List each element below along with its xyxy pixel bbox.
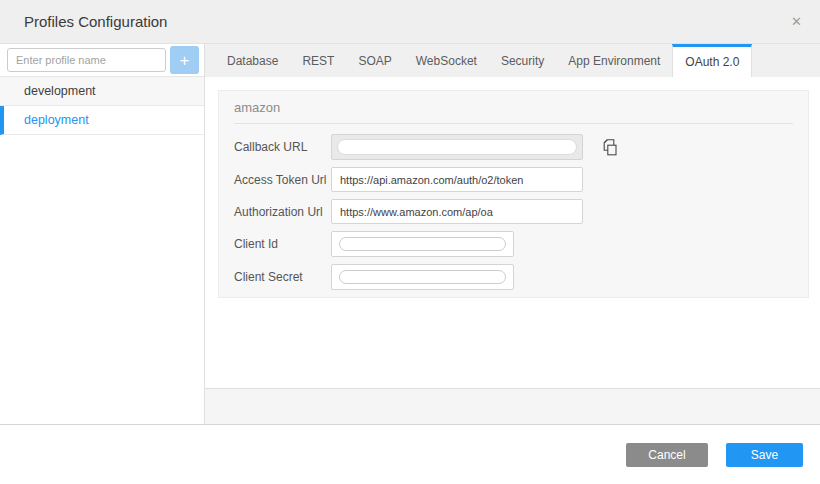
tab-rest[interactable]: REST: [290, 44, 346, 77]
sidebar-item-development[interactable]: development: [0, 77, 204, 106]
tab-websocket[interactable]: WebSocket: [404, 44, 489, 77]
client-secret-input[interactable]: [331, 264, 514, 290]
authorization-url-input[interactable]: [331, 199, 583, 224]
save-button[interactable]: Save: [726, 443, 803, 467]
profile-name-input[interactable]: [7, 48, 166, 72]
panel-footer-strip: [205, 388, 820, 424]
redacted-value: [337, 139, 577, 155]
dialog-title: Profiles Configuration: [24, 13, 167, 30]
sidebar-item-deployment[interactable]: deployment: [0, 106, 204, 135]
tab-app-environment[interactable]: App Environment: [556, 44, 672, 77]
tab-content: amazon Callback URL: [205, 77, 820, 388]
redacted-value: [339, 270, 506, 284]
redacted-value: [339, 237, 506, 251]
tab-security[interactable]: Security: [489, 44, 556, 77]
tab-oauth-2-0[interactable]: OAuth 2.0: [672, 44, 752, 77]
field-row-access-token-url: Access Token Url: [234, 167, 793, 192]
client-id-input[interactable]: [331, 231, 514, 257]
amazon-oauth-panel: amazon Callback URL: [218, 90, 809, 298]
profile-input-row: +: [0, 44, 204, 77]
profile-item-label: development: [24, 84, 96, 98]
field-label: Access Token Url: [234, 173, 331, 187]
tab-soap[interactable]: SOAP: [346, 44, 403, 77]
tab-bar: Database REST SOAP WebSocket Security Ap…: [205, 44, 820, 77]
copy-icon[interactable]: [601, 138, 619, 157]
field-label: Authorization Url: [234, 205, 331, 219]
close-icon[interactable]: ✕: [791, 15, 802, 28]
dialog-body: + development deployment Database REST S…: [0, 44, 820, 425]
tab-database[interactable]: Database: [215, 44, 290, 77]
access-token-url-input[interactable]: [331, 167, 583, 192]
profile-item-label: deployment: [24, 113, 89, 127]
field-label: Callback URL: [234, 140, 331, 154]
profiles-sidebar: + development deployment: [0, 44, 205, 424]
profiles-configuration-dialog: Profiles Configuration ✕ + development d…: [0, 0, 820, 484]
add-profile-button[interactable]: +: [170, 46, 199, 74]
field-label: Client Secret: [234, 270, 331, 284]
section-title: amazon: [234, 91, 793, 124]
field-label: Client Id: [234, 237, 331, 251]
field-row-authorization-url: Authorization Url: [234, 199, 793, 224]
dialog-header: Profiles Configuration ✕: [0, 0, 820, 44]
callback-url-input[interactable]: [331, 134, 583, 160]
field-row-client-secret: Client Secret: [234, 264, 793, 290]
main-panel: Database REST SOAP WebSocket Security Ap…: [205, 44, 820, 424]
dialog-footer: Cancel Save: [0, 425, 820, 483]
field-row-client-id: Client Id: [234, 231, 793, 257]
field-row-callback-url: Callback URL: [234, 134, 793, 160]
cancel-button[interactable]: Cancel: [626, 443, 708, 467]
plus-icon: +: [180, 52, 190, 69]
